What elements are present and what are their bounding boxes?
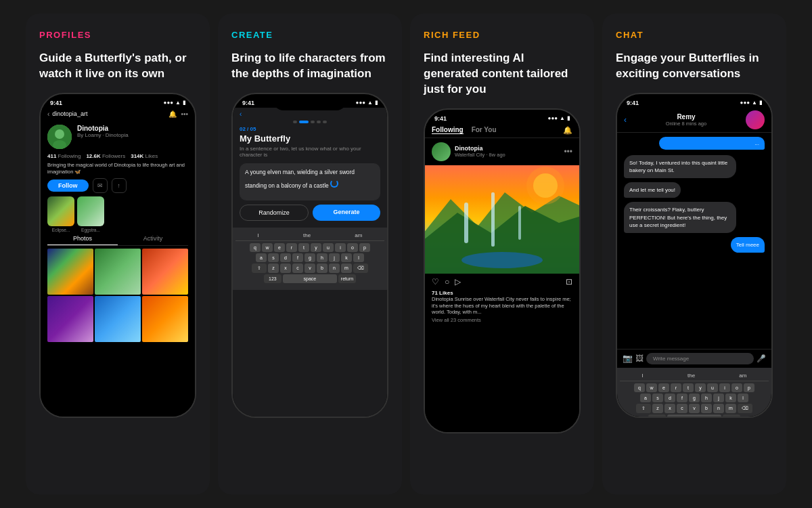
chat-key-e[interactable]: e	[658, 383, 669, 392]
photo-1[interactable]	[47, 249, 93, 295]
comment-icon[interactable]: ○	[445, 277, 449, 287]
key-d[interactable]: d	[280, 253, 291, 262]
chat-key-y[interactable]: y	[695, 383, 706, 392]
chat-key-r[interactable]: r	[671, 383, 681, 392]
photo-2[interactable]	[95, 249, 141, 295]
chat-back-button[interactable]: ‹	[624, 115, 627, 125]
chat-key-a[interactable]: a	[640, 394, 651, 402]
chat-key-space[interactable]: space	[667, 415, 721, 418]
photo-5[interactable]	[95, 296, 141, 342]
key-s[interactable]: s	[268, 253, 279, 262]
bell-icon-feed[interactable]: 🔔	[563, 126, 572, 135]
key-q[interactable]: q	[250, 243, 261, 252]
key-u[interactable]: u	[323, 243, 334, 252]
chat-key-k[interactable]: k	[725, 394, 736, 402]
key-w[interactable]: w	[262, 243, 273, 252]
generate-button[interactable]: Generate	[313, 205, 380, 221]
key-t[interactable]: t	[298, 243, 309, 252]
tab-activity[interactable]: Activity	[118, 235, 188, 245]
chat-suggest-2[interactable]: the	[687, 373, 695, 379]
chat-key-f[interactable]: f	[677, 394, 687, 402]
chat-key-u[interactable]: u	[707, 383, 718, 392]
image-icon[interactable]: 🖼	[635, 354, 644, 363]
chat-key-l[interactable]: l	[738, 394, 748, 402]
mic-icon[interactable]: 🎤	[757, 354, 766, 363]
key-f[interactable]: f	[292, 253, 303, 262]
key-l[interactable]: l	[353, 253, 364, 262]
key-i[interactable]: i	[335, 243, 346, 252]
key-m[interactable]: m	[341, 263, 352, 273]
chat-key-o[interactable]: o	[731, 383, 742, 392]
key-a[interactable]: a	[256, 253, 267, 262]
key-x[interactable]: x	[280, 263, 291, 273]
chat-key-c[interactable]: c	[677, 404, 687, 413]
bell-icon[interactable]: 🔔	[168, 110, 177, 118]
key-v[interactable]: v	[304, 263, 315, 273]
more-icon[interactable]: •••	[181, 110, 188, 118]
chat-key-j[interactable]: j	[713, 394, 724, 402]
chat-key-s[interactable]: s	[652, 394, 663, 402]
chat-suggest-3[interactable]: am	[739, 373, 746, 379]
tab-for-you[interactable]: For You	[472, 126, 497, 134]
key-p[interactable]: p	[359, 243, 370, 252]
share-icon[interactable]: ↑	[112, 178, 127, 193]
bookmark-icon[interactable]: ⊡	[566, 277, 572, 287]
key-h[interactable]: h	[317, 253, 328, 262]
create-textarea[interactable]: A young elven man, wielding a silver swo…	[240, 163, 380, 200]
key-y[interactable]: y	[311, 243, 321, 252]
chat-input-field[interactable]: Write message	[646, 353, 754, 364]
chat-suggest-1[interactable]: I	[642, 373, 644, 379]
chat-key-q[interactable]: q	[634, 383, 645, 392]
message-icon[interactable]: ✉	[93, 178, 108, 193]
suggest-1[interactable]: I	[258, 232, 259, 238]
key-o[interactable]: o	[347, 243, 358, 252]
chat-key-num[interactable]: 123	[648, 415, 666, 418]
key-space[interactable]: space	[283, 274, 337, 283]
feed-more-icon[interactable]: •••	[564, 147, 572, 156]
chat-key-z[interactable]: z	[652, 404, 663, 413]
chat-key-return[interactable]: return	[723, 415, 740, 418]
photo-4[interactable]	[47, 296, 93, 342]
tab-photos[interactable]: Photos	[47, 235, 118, 245]
follow-button[interactable]: Follow	[47, 179, 89, 192]
feed-comments-link[interactable]: View all 23 comments	[425, 316, 579, 324]
key-k[interactable]: k	[341, 253, 352, 262]
chat-key-w[interactable]: w	[646, 383, 657, 392]
key-e[interactable]: e	[274, 243, 285, 252]
chat-key-p[interactable]: p	[744, 383, 754, 392]
share-icon-feed[interactable]: ▷	[455, 277, 461, 287]
back-icon[interactable]: ‹	[47, 110, 49, 118]
suggest-3[interactable]: am	[355, 232, 362, 238]
chat-key-t[interactable]: t	[683, 383, 694, 392]
photo-3[interactable]	[142, 249, 188, 295]
chat-key-n[interactable]: n	[713, 404, 724, 413]
key-num[interactable]: 123	[264, 274, 281, 283]
randomize-button[interactable]: Randomize	[240, 205, 309, 221]
chat-key-del[interactable]: ⌫	[738, 404, 752, 413]
create-back-icon[interactable]: ‹	[240, 110, 242, 118]
camera-icon[interactable]: 📷	[623, 354, 633, 363]
chat-key-h[interactable]: h	[701, 394, 712, 402]
key-j[interactable]: j	[329, 253, 340, 262]
photo-6[interactable]	[142, 296, 188, 342]
tab-following[interactable]: Following	[432, 126, 464, 134]
chat-key-i[interactable]: i	[719, 383, 730, 392]
key-shift[interactable]: ⇧	[252, 263, 267, 273]
suggest-2[interactable]: the	[303, 232, 311, 238]
chat-key-g[interactable]: g	[689, 394, 700, 402]
chat-key-v[interactable]: v	[689, 404, 700, 413]
chat-key-m[interactable]: m	[725, 404, 736, 413]
key-r[interactable]: r	[286, 243, 297, 252]
key-delete[interactable]: ⌫	[353, 263, 368, 273]
key-g[interactable]: g	[304, 253, 315, 262]
like-icon[interactable]: ♡	[432, 277, 439, 287]
chat-key-b[interactable]: b	[701, 404, 712, 413]
chat-key-shift[interactable]: ⇧	[636, 404, 651, 413]
chat-key-d[interactable]: d	[664, 394, 675, 402]
key-n[interactable]: n	[329, 263, 340, 273]
chat-key-x[interactable]: x	[664, 404, 675, 413]
key-b[interactable]: b	[317, 263, 328, 273]
key-z[interactable]: z	[268, 263, 279, 273]
key-return[interactable]: return	[338, 274, 356, 283]
key-c[interactable]: c	[292, 263, 303, 273]
